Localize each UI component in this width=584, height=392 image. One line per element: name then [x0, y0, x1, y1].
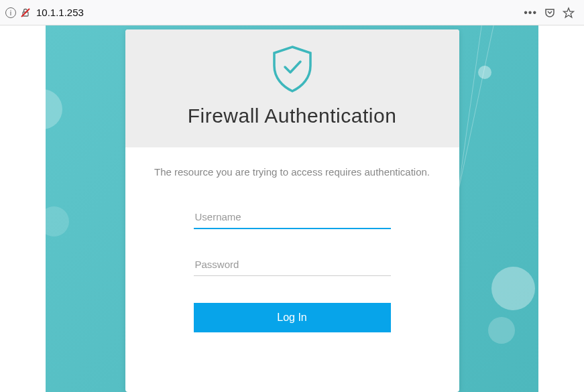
login-button[interactable]: Log In: [194, 303, 391, 332]
browser-right-icons: •••: [524, 7, 579, 19]
username-input[interactable]: [194, 206, 391, 229]
password-wrapper: [194, 253, 391, 276]
subtitle-text: The resource you are trying to access re…: [145, 166, 439, 178]
bookmark-star-icon[interactable]: [563, 7, 575, 19]
url-text[interactable]: 10.1.1.253: [36, 7, 84, 18]
decorative-circle: [491, 267, 535, 310]
insecure-lock-icon[interactable]: [20, 7, 31, 18]
card-header: Firewall Authentication: [125, 29, 459, 147]
username-wrapper: [194, 206, 391, 229]
decorative-circle: [46, 89, 62, 129]
info-icon[interactable]: i: [5, 7, 16, 18]
pocket-icon[interactable]: [544, 7, 556, 19]
decorative-circle: [46, 206, 69, 237]
card-body: The resource you are trying to access re…: [125, 147, 459, 359]
page-actions-icon[interactable]: •••: [524, 7, 537, 19]
url-area[interactable]: i 10.1.1.253: [5, 0, 524, 25]
page-content: Firewall Authentication The resource you…: [0, 25, 584, 392]
page-title: Firewall Authentication: [139, 105, 446, 127]
password-input[interactable]: [194, 253, 391, 276]
login-form: [194, 206, 391, 276]
login-card: Firewall Authentication The resource you…: [125, 29, 459, 392]
brand-logo: JUNIPer: [254, 371, 329, 392]
shield-check-icon: [269, 44, 316, 96]
decorative-circle: [488, 317, 515, 344]
browser-address-bar: i 10.1.1.253 •••: [0, 0, 584, 25]
background-panel: Firewall Authentication The resource you…: [46, 25, 538, 392]
